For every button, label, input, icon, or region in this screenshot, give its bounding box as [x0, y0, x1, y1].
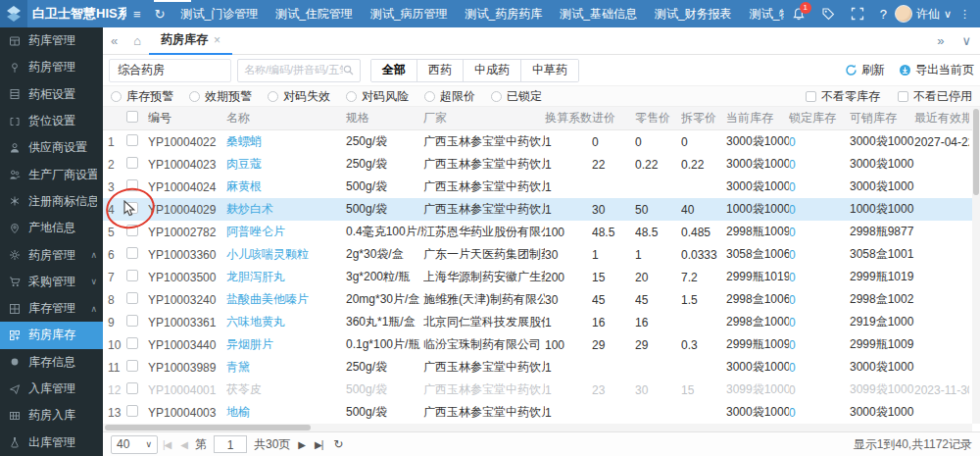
- nav-tab-2[interactable]: 测试_病历管理: [362, 6, 457, 23]
- row-checkbox[interactable]: [126, 157, 148, 172]
- nav-tab-5[interactable]: 测试_财务报表: [646, 6, 741, 23]
- sidebar-item-6[interactable]: 注册商标信息: [0, 188, 103, 215]
- row-checkbox[interactable]: [126, 382, 148, 397]
- cell-name[interactable]: 麸炒白术: [226, 201, 346, 218]
- filter-warning-0[interactable]: 库存预警: [111, 88, 173, 105]
- user-avatar[interactable]: [895, 5, 912, 23]
- sidebar-item-4[interactable]: 供应商设置: [0, 134, 103, 161]
- row-checkbox[interactable]: [126, 405, 148, 420]
- user-name[interactable]: 许仙: [916, 6, 940, 23]
- tabs-scroll-right-icon[interactable]: »: [928, 33, 953, 48]
- page-size-select[interactable]: 40 ∨: [111, 435, 158, 454]
- table-row[interactable]: 4YP10004029麸炒白术500g/袋广西玉林参宝堂中药饮片有...1305…: [103, 198, 980, 221]
- table-row[interactable]: 10YP10003440异烟肼片0.1g*100片/瓶临汾宝珠制药有限公司100…: [103, 333, 980, 356]
- filter-warning-2[interactable]: 对码失效: [268, 88, 330, 105]
- nav-tab-3[interactable]: 测试_药房药库: [457, 6, 552, 23]
- export-page-button[interactable]: 导出当前页: [899, 62, 974, 78]
- radio-icon[interactable]: [268, 91, 278, 102]
- radio-icon[interactable]: [491, 91, 502, 102]
- cell-locked[interactable]: 0: [789, 316, 850, 329]
- table-row[interactable]: 8YP10003240盐酸曲美他嗪片20mg*30片/盒施维雅(天津)制药有限公…: [103, 288, 980, 311]
- cell-locked[interactable]: 0: [789, 226, 850, 239]
- refresh-button[interactable]: 刷新: [845, 62, 885, 78]
- vertical-scrollbar[interactable]: [972, 108, 980, 424]
- cell-name[interactable]: 地榆: [226, 404, 346, 421]
- fullscreen-icon[interactable]: [851, 7, 864, 21]
- radio-icon[interactable]: [111, 91, 122, 102]
- row-checkbox[interactable]: [126, 247, 148, 262]
- sidebar-item-5[interactable]: 生产厂商设置: [0, 161, 103, 187]
- row-checkbox[interactable]: [126, 179, 148, 194]
- sidebar-item-7[interactable]: 产地信息: [0, 215, 103, 241]
- cell-name[interactable]: 小儿咳喘灵颗粒: [226, 246, 346, 263]
- table-row[interactable]: 3YP10004024麻黄根500g/袋广西玉林参宝堂中药饮片有...13000…: [103, 176, 980, 198]
- filter-warning-1[interactable]: 效期预警: [189, 88, 252, 105]
- cell-locked[interactable]: 0: [789, 180, 850, 194]
- notifications-bell-icon[interactable]: 1: [792, 7, 806, 21]
- sidebar-item-15[interactable]: 出库管理: [0, 429, 103, 455]
- cell-name[interactable]: 青黛: [226, 359, 346, 376]
- cell-name[interactable]: 茯苓皮: [226, 381, 346, 398]
- nav-tab-0[interactable]: 测试_门诊管理: [172, 6, 268, 23]
- table-row[interactable]: 2YP10004023肉豆蔻250g/袋广西玉林参宝堂中药饮片有...1220.…: [103, 153, 980, 176]
- last-page-button[interactable]: ▶|: [315, 439, 322, 450]
- row-checkbox[interactable]: [126, 270, 148, 284]
- cell-locked[interactable]: 0: [789, 383, 850, 397]
- tab-close-icon[interactable]: ×: [214, 33, 220, 47]
- sidebar-item-1[interactable]: 药房管理: [0, 54, 103, 80]
- more-options-icon[interactable]: ⋮: [959, 8, 970, 21]
- radio-icon[interactable]: [189, 91, 200, 102]
- sidebar-item-13[interactable]: 入库管理: [0, 376, 103, 402]
- tab-pharmacy-stock[interactable]: 药房库存 ×: [149, 27, 232, 55]
- nav-tab-1[interactable]: 测试_住院管理: [267, 6, 362, 23]
- cell-locked[interactable]: 0: [789, 271, 850, 284]
- cell-locked[interactable]: 0: [789, 248, 850, 262]
- reload-table-button[interactable]: ↻: [333, 437, 343, 451]
- category-button-3[interactable]: 中草药: [521, 60, 578, 81]
- sidebar-item-2[interactable]: 药柜设置: [0, 81, 103, 108]
- sidebar-item-12[interactable]: 库存信息: [0, 349, 103, 376]
- filter-hide-0[interactable]: 不看零库存: [806, 88, 880, 105]
- sidebar-item-3[interactable]: 货位设置: [0, 108, 103, 134]
- table-row[interactable]: 1YP10004022桑螵蛸250g/袋广西玉林参宝堂中药饮片有...10003…: [103, 130, 980, 153]
- first-page-button[interactable]: |◀: [163, 439, 171, 450]
- cell-name[interactable]: 盐酸曲美他嗪片: [226, 291, 346, 308]
- cell-locked[interactable]: 0: [789, 293, 850, 307]
- cell-name[interactable]: 肉豆蔻: [226, 156, 346, 173]
- row-checkbox[interactable]: [126, 360, 148, 375]
- sidebar-item-11[interactable]: 药房库存: [0, 322, 103, 348]
- cell-name[interactable]: 桑螵蛸: [226, 133, 346, 150]
- table-row[interactable]: 12YP10004001茯苓皮500g/袋广西玉林参宝堂中药饮片有...1233…: [103, 379, 980, 401]
- category-button-0[interactable]: 全部: [371, 60, 417, 81]
- search-input[interactable]: 名称/编码/拼音码/五笔码/条码: [237, 59, 361, 82]
- nav-tab-6[interactable]: 测试_物资管理: [741, 6, 784, 23]
- page-number-input[interactable]: 1: [214, 435, 247, 453]
- vertical-scrollbar-thumb[interactable]: [973, 109, 979, 195]
- cell-locked[interactable]: 0: [789, 158, 850, 172]
- checkbox-icon[interactable]: [806, 91, 816, 102]
- filter-warning-5[interactable]: 已锁定: [491, 88, 542, 105]
- refresh-page-icon[interactable]: ↻: [155, 7, 166, 22]
- cell-locked[interactable]: 0: [789, 338, 850, 352]
- cell-name[interactable]: 阿普唑仑片: [226, 224, 346, 240]
- row-checkbox[interactable]: [126, 292, 148, 307]
- prev-page-button[interactable]: ◀: [180, 439, 187, 450]
- cell-locked[interactable]: 0: [789, 203, 850, 217]
- tabs-menu-chevron-icon[interactable]: ∨: [953, 33, 980, 48]
- row-checkbox[interactable]: [126, 225, 148, 239]
- cell-locked[interactable]: 0: [789, 361, 850, 375]
- collapse-menu-icon[interactable]: ≡: [133, 7, 141, 22]
- cell-name[interactable]: 麻黄根: [226, 178, 346, 195]
- row-checkbox[interactable]: [126, 202, 148, 217]
- category-button-2[interactable]: 中成药: [464, 60, 521, 81]
- tag-icon[interactable]: [821, 7, 835, 21]
- sidebar-item-0[interactable]: 药库管理: [0, 27, 103, 54]
- pharmacy-select[interactable]: 综合药房: [109, 59, 231, 82]
- cell-locked[interactable]: 0: [789, 406, 850, 420]
- category-button-1[interactable]: 西药: [417, 60, 464, 81]
- table-row[interactable]: 11YP10003989青黛250g/袋广西玉林参宝堂中药饮片有...13000…: [103, 356, 980, 379]
- table-row[interactable]: 7YP10003500龙胆泻肝丸3g*200粒/瓶上海华源制药安徽广生药业...…: [103, 266, 980, 288]
- sidebar-item-9[interactable]: 采购管理∨: [0, 269, 103, 295]
- row-checkbox[interactable]: [126, 337, 148, 352]
- help-icon[interactable]: ?: [880, 7, 887, 22]
